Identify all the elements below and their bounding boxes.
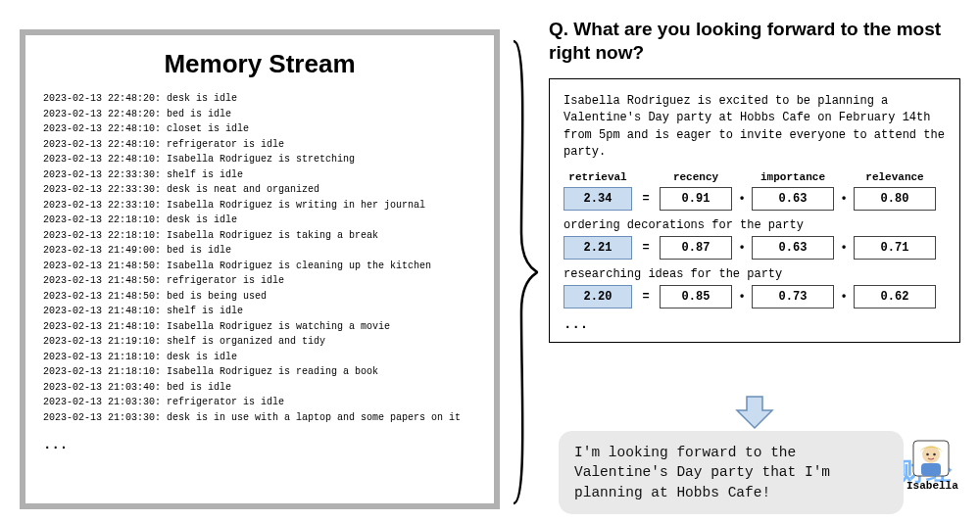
relevance-score: 0.71: [854, 236, 936, 260]
retrieval-panel: Isabella Rodriguez is excited to be plan…: [549, 78, 960, 343]
relevance-score: 0.62: [854, 285, 936, 308]
memory-entry: 2023-02-13 22:18:10: desk is idle: [43, 213, 476, 228]
retrieval-description: Isabella Rodriguez is excited to be plan…: [564, 93, 946, 162]
retrieval-row-label: researching ideas for the party: [564, 267, 946, 281]
header-relevance: relevance: [854, 171, 936, 183]
importance-score: 0.63: [752, 187, 834, 211]
metric-headers: retrieval recency importance relevance: [564, 171, 946, 183]
memory-entry: 2023-02-13 22:18:10: Isabella Rodriguez …: [43, 228, 476, 244]
memory-entry: 2023-02-13 21:48:10: Isabella Rodriguez …: [43, 319, 476, 335]
memory-stream-title: Memory Stream: [43, 49, 476, 79]
brace-connector-icon: [510, 37, 539, 507]
memory-entry: 2023-02-13 21:48:50: Isabella Rodriguez …: [43, 259, 476, 274]
memory-entry: 2023-02-13 22:33:30: shelf is idle: [43, 167, 476, 183]
plus-op: •: [838, 290, 850, 304]
retrieval-metric-row: 2.34=0.91•0.63•0.80: [564, 187, 946, 211]
importance-score: 0.73: [752, 285, 834, 308]
memory-ellipsis: ...: [43, 437, 476, 452]
plus-op: •: [736, 192, 748, 206]
retrieval-row-label: ordering decorations for the party: [564, 218, 946, 232]
retrieval-score: 2.34: [564, 187, 632, 211]
eq-op: =: [636, 192, 656, 206]
memory-entry: 2023-02-13 22:48:20: bed is idle: [43, 107, 476, 122]
plus-op: •: [838, 192, 850, 206]
memory-entry: 2023-02-13 21:03:40: bed is idle: [43, 380, 476, 396]
question-heading: Q. What are you looking forward to the m…: [549, 18, 960, 65]
header-retrieval: retrieval: [564, 171, 632, 183]
svg-rect-4: [921, 463, 941, 476]
recency-score: 0.85: [660, 285, 732, 308]
memory-stream-list: 2023-02-13 22:48:20: desk is idle2023-02…: [43, 91, 476, 425]
memory-entry: 2023-02-13 22:48:20: desk is idle: [43, 91, 476, 107]
avatar-name-label: Isabella: [906, 480, 958, 492]
svg-point-3: [933, 453, 936, 456]
memory-entry: 2023-02-13 21:19:10: shelf is organized …: [43, 334, 476, 350]
memory-entry: 2023-02-13 21:18:10: Isabella Rodriguez …: [43, 364, 476, 380]
eq-op: =: [636, 290, 656, 304]
eq-op: =: [636, 241, 656, 255]
plus-op: •: [736, 241, 748, 255]
importance-score: 0.63: [752, 236, 834, 260]
svg-point-2: [926, 453, 929, 456]
memory-entry: 2023-02-13 21:49:00: bed is idle: [43, 243, 476, 259]
header-recency: recency: [660, 171, 732, 183]
memory-entry: 2023-02-13 21:03:30: refrigerator is idl…: [43, 395, 476, 410]
retrieval-score: 2.20: [564, 285, 632, 308]
recency-score: 0.91: [660, 187, 732, 211]
memory-entry: 2023-02-13 21:48:50: refrigerator is idl…: [43, 273, 476, 289]
recency-score: 0.87: [660, 236, 732, 260]
memory-stream-panel: Memory Stream 2023-02-13 22:48:20: desk …: [20, 29, 500, 509]
relevance-score: 0.80: [854, 187, 936, 211]
retrieval-score: 2.21: [564, 236, 632, 260]
memory-entry: 2023-02-13 21:48:10: shelf is idle: [43, 304, 476, 319]
memory-entry: 2023-02-13 21:03:30: desk is in use with…: [43, 410, 476, 426]
answer-bubble: I'm looking forward to the Valentine's D…: [559, 431, 904, 514]
memory-entry: 2023-02-13 22:48:10: refrigerator is idl…: [43, 137, 476, 153]
memory-entry: 2023-02-13 22:48:10: Isabella Rodriguez …: [43, 152, 476, 167]
plus-op: •: [838, 241, 850, 255]
retrieval-metric-row: 2.20=0.85•0.73•0.62: [564, 285, 946, 308]
avatar-isabella-icon: [911, 439, 951, 478]
header-importance: importance: [752, 171, 834, 183]
memory-entry: 2023-02-13 21:18:10: desk is idle: [43, 350, 476, 365]
memory-entry: 2023-02-13 22:48:10: closet is idle: [43, 121, 476, 137]
plus-op: •: [736, 290, 748, 304]
memory-entry: 2023-02-13 22:33:10: Isabella Rodriguez …: [43, 198, 476, 214]
memory-entry: 2023-02-13 21:48:50: bed is being used: [43, 289, 476, 305]
retrieval-metric-row: 2.21=0.87•0.63•0.71: [564, 236, 946, 260]
retrieval-ellipsis: ...: [564, 316, 946, 332]
memory-entry: 2023-02-13 22:33:30: desk is neat and or…: [43, 182, 476, 198]
arrow-down-icon: [735, 395, 774, 430]
